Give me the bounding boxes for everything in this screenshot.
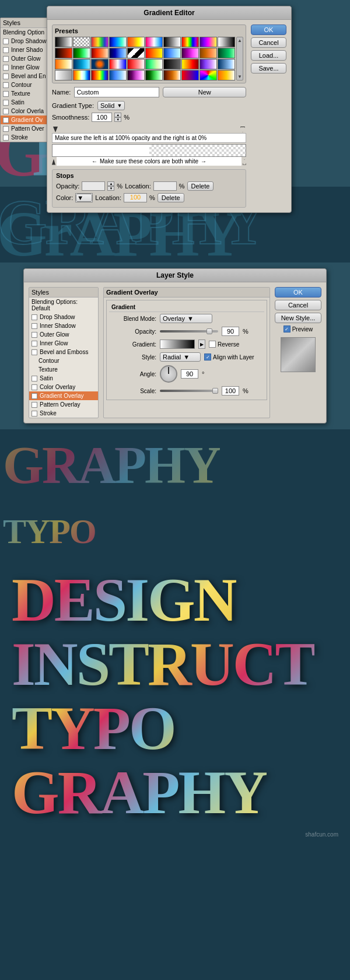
style-inner-glow[interactable]: Inner Glow <box>29 339 98 348</box>
preset-swatch-25[interactable] <box>127 59 145 69</box>
smoothness-value[interactable]: 100 <box>92 113 112 122</box>
opacity-slider[interactable] <box>160 330 218 332</box>
preset-swatch-16[interactable] <box>145 48 163 58</box>
preset-swatch-9[interactable] <box>200 37 217 47</box>
bg-pattern-overlay-check[interactable] <box>3 126 9 132</box>
preset-swatch-15[interactable] <box>127 48 145 58</box>
bg-stroke-check[interactable] <box>3 135 9 141</box>
preset-swatch-8[interactable] <box>181 37 199 47</box>
preset-swatch-27[interactable] <box>163 59 181 69</box>
angle-dial[interactable] <box>160 365 177 383</box>
bg-contour-check[interactable] <box>3 82 9 88</box>
preset-swatch-11[interactable] <box>55 48 72 58</box>
style-inner-shadow[interactable]: Inner Shadow <box>29 321 98 330</box>
preset-swatch-32[interactable] <box>73 70 90 80</box>
opacity-stops-input[interactable] <box>82 181 105 191</box>
preset-swatch-3[interactable] <box>91 37 108 47</box>
scrollbar-up-arrow[interactable]: ▲ <box>237 38 242 43</box>
preset-swatch-18[interactable] <box>181 48 199 58</box>
scrollbar-down-arrow[interactable]: ▼ <box>237 74 242 79</box>
opacity-right-handle[interactable] <box>240 127 245 132</box>
preset-swatch-38[interactable] <box>181 70 199 80</box>
color-overlay-check[interactable] <box>32 384 37 390</box>
smoothness-down[interactable]: ▼ <box>114 117 121 122</box>
preset-swatch-10[interactable] <box>218 37 235 47</box>
style-contour[interactable]: Contour <box>29 356 98 365</box>
preset-swatch-35[interactable] <box>127 70 145 80</box>
color-swatch-select[interactable]: ▼ <box>76 194 92 202</box>
reverse-check-label[interactable]: Reverse <box>209 341 239 348</box>
preset-swatch-5[interactable] <box>127 37 145 47</box>
preset-swatch-22[interactable] <box>73 59 90 69</box>
scale-slider[interactable] <box>160 390 218 392</box>
opacity-stepper[interactable]: ▲ ▼ <box>107 181 114 191</box>
bg-gradient-overlay-check[interactable] <box>3 117 9 123</box>
bg-inner-shadow-check[interactable] <box>3 47 9 53</box>
scale-input[interactable] <box>222 386 239 396</box>
style-blending-options[interactable]: Blending Options: Default <box>29 298 98 313</box>
smoothness-up[interactable]: ▲ <box>114 113 121 117</box>
bg-satin-check[interactable] <box>3 100 9 106</box>
preset-swatch-7[interactable] <box>163 37 181 47</box>
name-input[interactable] <box>74 87 159 97</box>
style-outer-glow[interactable]: Outer Glow <box>29 330 98 339</box>
style-satin[interactable]: Satin <box>29 374 98 383</box>
style-stroke[interactable]: Stroke <box>29 409 98 418</box>
gradient-editor-ok[interactable]: OK <box>251 24 286 35</box>
blend-mode-select[interactable]: Overlay ▼ <box>160 314 212 323</box>
stroke-check[interactable] <box>32 411 37 416</box>
style-bevel[interactable]: Bevel and Emboss <box>29 348 98 356</box>
preset-swatch-37[interactable] <box>163 70 181 80</box>
preset-swatch-23[interactable] <box>91 59 108 69</box>
delete-button-1[interactable]: Delete <box>187 181 214 191</box>
opacity-input[interactable] <box>222 327 239 336</box>
preset-swatch-33[interactable] <box>91 70 108 80</box>
preset-swatch-24[interactable] <box>109 59 127 69</box>
presets-scrollbar[interactable]: ▲ ▼ <box>236 37 243 80</box>
preset-swatch-12[interactable] <box>73 48 90 58</box>
preset-swatch-2[interactable] <box>73 37 90 47</box>
pattern-overlay-check[interactable] <box>32 402 37 408</box>
inner-shadow-check[interactable] <box>32 323 37 329</box>
preset-swatch-4[interactable] <box>109 37 127 47</box>
preview-check-label[interactable]: ✓ Preview <box>284 326 313 332</box>
gradient-thumbnail[interactable] <box>160 340 195 349</box>
preset-swatch-40[interactable] <box>218 70 235 80</box>
style-select[interactable]: Radial ▼ <box>160 352 201 362</box>
gradient-editor-cancel[interactable]: Cancel <box>251 37 286 48</box>
style-color-overlay[interactable]: Color Overlay <box>29 383 98 391</box>
style-texture[interactable]: Texture <box>29 365 98 374</box>
preset-swatch-39[interactable] <box>200 70 217 80</box>
scale-thumb[interactable] <box>212 388 218 394</box>
style-gradient-overlay[interactable]: Gradient Overlay <box>29 391 98 400</box>
preset-swatch-1[interactable] <box>55 37 72 47</box>
bg-bevel-check[interactable] <box>3 74 9 79</box>
style-drop-shadow[interactable]: Drop Shadow <box>29 313 98 321</box>
opacity-up[interactable]: ▲ <box>107 181 114 186</box>
bg-color-overlay-check[interactable] <box>3 108 9 114</box>
gradient-editor-save[interactable]: Save... <box>251 63 286 74</box>
presets-grid[interactable] <box>55 37 235 80</box>
layer-style-ok[interactable]: OK <box>275 287 321 298</box>
bevel-check[interactable] <box>32 349 37 355</box>
color-swatch[interactable]: ▼ <box>75 193 93 202</box>
preset-swatch-29[interactable] <box>200 59 217 69</box>
smoothness-stepper[interactable]: ▲ ▼ <box>114 113 121 122</box>
bg-drop-shadow-check[interactable] <box>3 38 9 44</box>
layer-style-cancel[interactable]: Cancel <box>275 300 321 310</box>
location-stops-input-1[interactable] <box>153 181 177 191</box>
opacity-thumb[interactable] <box>206 328 212 334</box>
gradient-overlay-check[interactable] <box>32 393 37 399</box>
drop-shadow-check[interactable] <box>32 314 37 320</box>
preset-swatch-31[interactable] <box>55 70 72 80</box>
outer-glow-check[interactable] <box>32 332 37 338</box>
inner-glow-check[interactable] <box>32 341 37 346</box>
bg-texture-check[interactable] <box>3 91 9 97</box>
preset-swatch-17[interactable] <box>163 48 181 58</box>
preset-swatch-21[interactable] <box>55 59 72 69</box>
preset-swatch-36[interactable] <box>145 70 163 80</box>
preview-checkbox[interactable]: ✓ <box>284 326 290 332</box>
bg-inner-glow-check[interactable] <box>3 65 9 71</box>
align-layer-check-label[interactable]: ✓ Align with Layer <box>204 354 254 360</box>
preset-swatch-13[interactable] <box>91 48 108 58</box>
